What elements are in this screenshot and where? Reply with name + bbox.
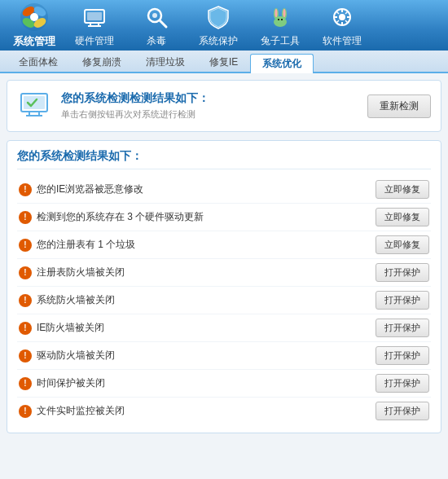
svg-line-30 (345, 11, 348, 14)
status-heading: 您的系统检测检测结果如下： (61, 91, 209, 106)
svg-line-31 (336, 20, 339, 23)
warn-icon-0: ! (19, 183, 32, 196)
hardware-icon (80, 2, 109, 32)
fix-btn-0[interactable]: 立即修复 (376, 180, 429, 199)
svg-point-18 (283, 9, 286, 17)
fix-btn-2[interactable]: 立即修复 (376, 235, 429, 254)
fix-btn-1[interactable]: 立即修复 (376, 208, 429, 226)
svg-point-23 (339, 14, 345, 20)
warn-icon-2: ! (19, 239, 32, 252)
nav-protect-label: 系统保护 (199, 34, 238, 48)
tab-optimize[interactable]: 系统优化 (250, 54, 314, 73)
nav-rabbit[interactable]: 兔子工具 (251, 0, 310, 51)
app-logo: 系统管理 (7, 2, 62, 49)
tab-full-check[interactable]: 全面体检 (7, 52, 70, 72)
result-text-6: 驱动防火墙被关闭 (37, 349, 115, 363)
result-text-5: IE防火墙被关闭 (37, 321, 104, 335)
tab-clean-junk[interactable]: 清理垃圾 (134, 52, 197, 72)
status-text: 您的系统检测检测结果如下： 单击右侧按钮再次对系统进行检测 (61, 91, 209, 121)
nav-protect[interactable]: 系统保护 (189, 0, 248, 51)
recheck-button[interactable]: 重新检测 (367, 94, 431, 118)
logo-label: 系统管理 (13, 34, 55, 49)
rabbit-icon (266, 2, 295, 32)
nav-software-label: 软件管理 (323, 34, 362, 48)
nav-software[interactable]: 软件管理 (313, 0, 371, 51)
svg-point-5 (30, 13, 38, 21)
result-row-8: ! 文件实时监控被关闭 打开保护 (17, 398, 431, 424)
fix-btn-6[interactable]: 打开保护 (376, 346, 429, 365)
result-text-4: 系统防火墙被关闭 (37, 293, 115, 307)
nav-kill-label: 杀毒 (147, 34, 166, 48)
svg-point-19 (275, 16, 285, 24)
nav-rabbit-label: 兔子工具 (261, 34, 300, 48)
nav-kill[interactable]: 杀毒 (127, 0, 186, 51)
top-navbar: 系统管理 硬件管理 杀毒 (0, 0, 448, 51)
warn-icon-7: ! (19, 377, 32, 390)
status-monitor-icon (17, 89, 51, 123)
svg-line-29 (345, 20, 348, 23)
result-row-3: ! 注册表防火墙被关闭 打开保护 (17, 259, 431, 287)
result-row-7: ! 时间保护被关闭 打开保护 (17, 370, 431, 398)
protect-icon (204, 2, 233, 32)
tabs-bar: 全面体检 修复崩溃 清理垃圾 修复IE 系统优化 (0, 51, 448, 73)
kill-icon (142, 2, 171, 32)
result-text-7: 时间保护被关闭 (37, 376, 105, 390)
svg-point-21 (281, 19, 283, 20)
fix-btn-3[interactable]: 打开保护 (376, 263, 429, 282)
result-text-0: 您的IE浏览器被恶意修改 (37, 182, 143, 196)
warn-icon-1: ! (19, 211, 32, 224)
warn-icon-3: ! (19, 266, 32, 279)
nav-hardware-label: 硬件管理 (75, 34, 114, 48)
result-row-1: ! 检测到您的系统存在 3 个硬件驱动更新 立即修复 (17, 204, 431, 231)
software-icon (327, 2, 357, 32)
result-row-2: ! 您的注册表有 1 个垃圾 立即修复 (17, 231, 431, 259)
svg-line-28 (336, 11, 339, 14)
fix-btn-5[interactable]: 打开保护 (376, 319, 429, 337)
svg-rect-7 (87, 12, 102, 20)
fix-btn-4[interactable]: 打开保护 (376, 291, 429, 310)
warn-icon-4: ! (19, 294, 32, 307)
result-text-1: 检测到您的系统存在 3 个硬件驱动更新 (37, 210, 204, 224)
warn-icon-8: ! (19, 405, 32, 418)
result-text-2: 您的注册表有 1 个垃圾 (37, 238, 135, 252)
result-row-0: ! 您的IE浏览器被恶意修改 立即修复 (17, 176, 431, 204)
result-text-3: 注册表防火墙被关闭 (37, 266, 125, 279)
warn-icon-6: ! (19, 349, 32, 363)
result-text-8: 文件实时监控被关闭 (37, 404, 125, 418)
svg-point-17 (275, 9, 278, 17)
svg-point-13 (152, 13, 157, 18)
result-row-4: ! 系统防火墙被关闭 打开保护 (17, 287, 431, 314)
nav-hardware[interactable]: 硬件管理 (65, 0, 124, 51)
results-box: 您的系统检测结果如下： ! 您的IE浏览器被恶意修改 立即修复 ! 检测到您的系… (7, 140, 441, 433)
logo-icon (19, 2, 50, 33)
result-row-6: ! 驱动防火墙被关闭 打开保护 (17, 342, 431, 370)
svg-point-20 (278, 19, 279, 20)
tab-repair-error[interactable]: 修复崩溃 (70, 52, 134, 72)
status-box: 您的系统检测检测结果如下： 单击右侧按钮再次对系统进行检测 重新检测 (7, 80, 441, 132)
fix-btn-7[interactable]: 打开保护 (376, 374, 429, 393)
main-content: 您的系统检测检测结果如下： 单击右侧按钮再次对系统进行检测 重新检测 您的系统检… (0, 73, 448, 479)
status-left: 您的系统检测检测结果如下： 单击右侧按钮再次对系统进行检测 (17, 89, 209, 123)
warn-icon-5: ! (19, 322, 32, 335)
results-heading: 您的系统检测结果如下： (17, 149, 431, 169)
result-row-5: ! IE防火墙被关闭 打开保护 (17, 314, 431, 342)
svg-line-12 (160, 20, 166, 27)
tab-repair-ie[interactable]: 修复IE (197, 52, 250, 72)
status-sub: 单击右侧按钮再次对系统进行检测 (61, 108, 209, 121)
fix-btn-8[interactable]: 打开保护 (376, 402, 429, 420)
